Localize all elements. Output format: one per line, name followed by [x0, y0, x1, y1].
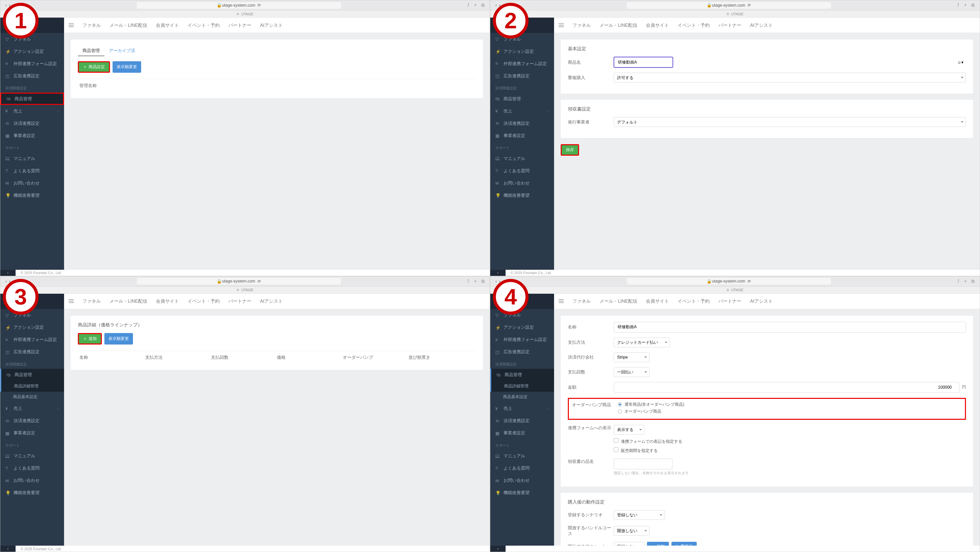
nav-ai[interactable]: AIアシスト [260, 22, 283, 28]
sidebar-item-paylink[interactable]: ⟲決済連携設定 [490, 117, 554, 129]
sidebar-item-feedback[interactable]: 💡機能改善要望 [0, 189, 64, 201]
sidebar-sub-detail[interactable]: 商品詳細管理 [0, 381, 64, 392]
sidebar-item-sales[interactable]: ¥売上› [490, 105, 554, 117]
sidebar-item-action[interactable]: ⚡アクション設定 [0, 321, 64, 334]
collapse-sidebar[interactable]: ‹ [0, 546, 16, 552]
sort-button[interactable]: 表示順変更 [113, 61, 141, 73]
sidebar-item-products[interactable]: 🛍商品管理 [490, 369, 554, 381]
nav-mail[interactable]: メール・LINE配信 [110, 298, 147, 304]
input-name[interactable] [614, 322, 966, 332]
radio-bump[interactable]: オーダーバンプ商品 [618, 409, 684, 414]
sidebar-item-biz[interactable]: ▦事業者設定 [0, 427, 64, 439]
sidebar-sub-basic[interactable]: 商品基本設定 [490, 392, 554, 402]
sidebar-item-ad[interactable]: ◫広告連携設定 [0, 346, 64, 358]
sidebar-item-paylink[interactable]: ⟲決済連携設定 [0, 415, 64, 427]
sidebar-item-action[interactable]: ⚡アクション設定 [0, 45, 64, 57]
tabs-icon[interactable]: ⧉ [971, 3, 975, 8]
nav-funnel[interactable]: ファネル [83, 22, 101, 28]
sidebar-item-feedback[interactable]: 💡機能改善要望 [490, 487, 554, 499]
tabs-icon[interactable]: ⧉ [971, 279, 975, 284]
nav-partner[interactable]: パートナー [718, 298, 741, 304]
sidebar-sub-basic[interactable]: 商品基本設定 [0, 392, 64, 402]
url-bar[interactable]: 🔒 utage-system.com ⟳ [137, 2, 341, 9]
nav-partner[interactable]: パートナー [228, 22, 251, 28]
tab-archived[interactable]: アーカイブ済 [104, 46, 140, 56]
sidebar-item-faq[interactable]: ?よくある質問 [0, 165, 64, 177]
sidebar-item-contact[interactable]: ✉お問い合わせ [490, 177, 554, 189]
tabs-icon[interactable]: ⧉ [481, 3, 485, 8]
url-bar[interactable]: 🔒 utage-system.com ⟳ [627, 278, 831, 285]
sidebar-item-contact[interactable]: ✉お問い合わせ [0, 177, 64, 189]
nav-ai[interactable]: AIアシスト [260, 298, 283, 304]
add-action-button[interactable]: ＋ 追加 [647, 542, 669, 546]
nav-event[interactable]: イベント・予約 [678, 22, 710, 28]
sidebar-item-manual[interactable]: 🕮マニュアル [490, 152, 554, 165]
select-times[interactable]: 一回払い [614, 367, 649, 377]
nav-event[interactable]: イベント・予約 [188, 298, 220, 304]
nav-funnel[interactable]: ファネル [573, 298, 591, 304]
sidebar-item-products[interactable]: 🛍商品管理 [490, 93, 554, 105]
select-multi[interactable]: 許可する [614, 73, 966, 83]
add-product-button[interactable]: ＋ 商品設定 [78, 61, 110, 73]
back-icon[interactable]: ‹ [5, 3, 7, 8]
nav-mail[interactable]: メール・LINE配信 [110, 22, 147, 28]
url-bar[interactable]: 🔒 utage-system.com ⟳ [627, 2, 831, 9]
nav-mail[interactable]: メール・LINE配信 [600, 298, 637, 304]
menu-toggle[interactable] [68, 299, 74, 303]
sort-button[interactable]: 表示順変更 [104, 333, 133, 345]
select-scenario[interactable]: 登録しない [614, 510, 665, 520]
sidebar-item-manual[interactable]: 🕮マニュアル [490, 450, 554, 462]
select-form-disp[interactable]: 表示する [614, 425, 644, 434]
sidebar-item-action[interactable]: ⚡アクション設定 [490, 45, 554, 57]
save-button[interactable]: 保存 [561, 144, 579, 156]
collapse-sidebar[interactable]: ‹ [490, 546, 506, 552]
nav-member[interactable]: 会員サイト [156, 22, 179, 28]
sidebar-item-products[interactable]: 🛍商品管理 [0, 369, 64, 381]
sidebar-item-feedback[interactable]: 💡機能改善要望 [0, 487, 64, 499]
sidebar-item-sales[interactable]: ¥売上› [490, 402, 554, 415]
sidebar-item-biz[interactable]: ▦事業者設定 [490, 129, 554, 142]
input-amount[interactable] [614, 382, 959, 393]
url-bar[interactable]: 🔒 utage-system.com ⟳ [137, 278, 341, 285]
sidebar-item-contact[interactable]: ✉お問い合わせ [0, 474, 64, 487]
sidebar-item-form[interactable]: ≡外部連携フォーム設定 [490, 334, 554, 346]
nav-ai[interactable]: AIアシスト [750, 298, 773, 304]
sidebar-item-ad[interactable]: ◫広告連携設定 [0, 70, 64, 82]
nav-funnel[interactable]: ファネル [83, 298, 101, 304]
nav-member[interactable]: 会員サイト [646, 22, 669, 28]
sidebar-item-biz[interactable]: ▦事業者設定 [0, 129, 64, 142]
select-pay[interactable]: クレジットカード払い [614, 338, 670, 347]
checkbox-period[interactable]: 販売期間を指定する [614, 449, 658, 453]
nav-ai[interactable]: AIアシスト [750, 22, 773, 28]
nav-partner[interactable]: パートナー [718, 22, 741, 28]
select-action[interactable]: 実行しない [614, 542, 644, 546]
collapse-sidebar[interactable]: ‹ [0, 270, 16, 276]
sidebar-sub-detail[interactable]: 商品詳細管理 [490, 381, 554, 392]
back-icon[interactable]: ‹ [495, 3, 497, 8]
tab-products[interactable]: 商品管理 [78, 46, 104, 56]
sidebar-item-manual[interactable]: 🕮マニュアル [0, 152, 64, 165]
back-icon[interactable]: ‹ [5, 279, 7, 284]
collapse-sidebar[interactable]: ‹ [490, 270, 506, 276]
checkbox-form-label[interactable]: 連携フォームでの表記を指定する [614, 439, 682, 444]
plus-icon[interactable]: + [964, 279, 967, 284]
tabs-icon[interactable]: ⧉ [481, 279, 485, 284]
emoji-picker-icon[interactable]: ☺▾ [957, 60, 963, 65]
sidebar-item-sales[interactable]: ¥売上› [0, 105, 64, 117]
radio-normal[interactable]: 通常商品(非オーダーバンプ商品) [618, 402, 684, 407]
sidebar-item-manual[interactable]: 🕮マニュアル [0, 450, 64, 462]
menu-toggle[interactable] [68, 24, 74, 27]
select-agent[interactable]: Stripe [614, 352, 649, 362]
add-button[interactable]: ＋ 追加 [78, 333, 102, 345]
reset-button[interactable]: ⟳ 再読込 [671, 542, 697, 546]
nav-member[interactable]: 会員サイト [156, 298, 179, 304]
sidebar-item-sales[interactable]: ¥売上› [0, 402, 64, 415]
input-product-name[interactable] [614, 57, 673, 68]
sidebar-item-faq[interactable]: ?よくある質問 [490, 462, 554, 474]
sidebar-item-form[interactable]: ≡外部連携フォーム設定 [0, 334, 64, 346]
input-receipt[interactable] [614, 458, 673, 469]
plus-icon[interactable]: + [964, 3, 967, 8]
sidebar-item-feedback[interactable]: 💡機能改善要望 [490, 189, 554, 201]
back-icon[interactable]: ‹ [495, 279, 497, 284]
sidebar-item-biz[interactable]: ▦事業者設定 [490, 427, 554, 439]
